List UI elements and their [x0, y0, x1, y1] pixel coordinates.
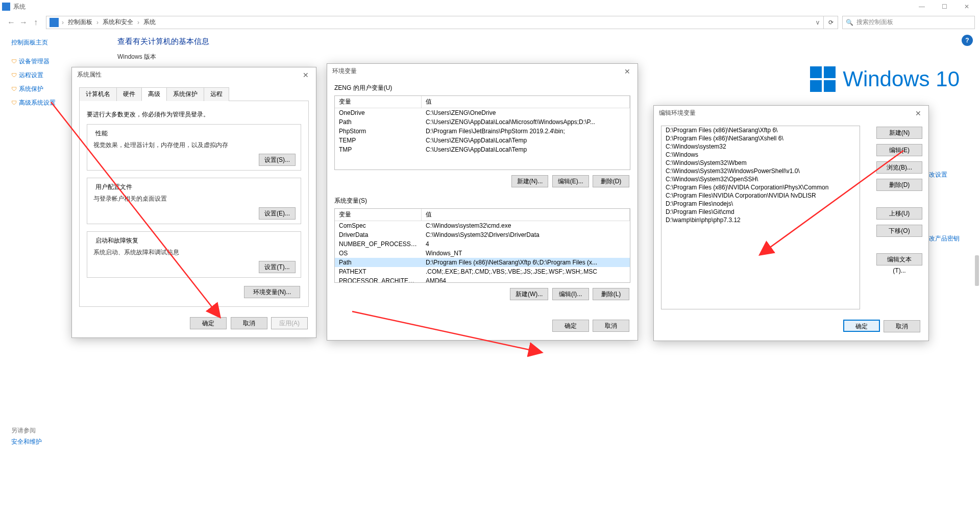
admin-note: 要进行大多数更改，你必须作为管理员登录。 [87, 110, 301, 119]
table-row[interactable]: DriverDataC:\Windows\System32\Drivers\Dr… [335, 230, 630, 239]
list-item[interactable]: C:\Windows [662, 151, 860, 159]
user-vars-table[interactable]: 变量 值 OneDriveC:\Users\ZENG\OneDrivePathC… [334, 95, 630, 170]
scrollbar[interactable] [972, 31, 980, 531]
tab-protection[interactable]: 系统保护 [166, 87, 204, 101]
table-row[interactable]: ComSpecC:\Windows\system32\cmd.exe [335, 221, 630, 230]
perf-settings-button[interactable]: 设置(S)... [259, 154, 296, 166]
refresh-button[interactable]: ⟳ [824, 16, 838, 29]
breadcrumb[interactable]: › 控制面板 › 系统和安全 › 系统 v [46, 16, 824, 29]
user-new-button[interactable]: 新建(N)... [511, 175, 549, 187]
list-item[interactable]: D:\Program Files (x86)\NetSarang\Xftp 6\ [662, 126, 860, 134]
ee-browse-button[interactable]: 浏览(B)... [876, 161, 922, 174]
ee-close-icon[interactable]: ✕ [913, 109, 923, 117]
minimize-button[interactable]: — [911, 0, 933, 13]
table-row[interactable]: TMPC:\Users\ZENG\AppData\Local\Temp [335, 145, 630, 154]
table-row[interactable]: PhpStormD:\Program Files\JetBrains\PhpSt… [335, 127, 630, 136]
crumb-root[interactable]: 控制面板 [65, 18, 95, 27]
sp-cancel-button[interactable]: 取消 [231, 317, 267, 329]
sys-vars-label: 系统变量(S) [334, 197, 630, 205]
profile-settings-button[interactable]: 设置(E)... [259, 207, 296, 220]
ee-ok-button[interactable]: 确定 [843, 320, 880, 332]
window-controls: — ☐ ✕ [911, 0, 978, 13]
table-row[interactable]: OneDriveC:\Users\ZENG\OneDrive [335, 108, 630, 117]
sp-tabs: 计算机名 硬件 高级 系统保护 远程 [79, 87, 309, 101]
table-row[interactable]: NUMBER_OF_PROCESSORS4 [335, 239, 630, 249]
close-button[interactable]: ✕ [955, 0, 978, 13]
user-delete-button[interactable]: 删除(D) [593, 175, 629, 187]
table-row[interactable]: PATHEXT.COM;.EXE;.BAT;.CMD;.VBS;.VBE;.JS… [335, 267, 630, 276]
ee-down-button[interactable]: 下移(O) [876, 225, 922, 237]
system-icon [2, 3, 10, 11]
list-item[interactable]: C:\Windows\System32\WindowsPowerShell\v1… [662, 167, 860, 175]
list-item[interactable]: C:\Windows\System32\OpenSSH\ [662, 175, 860, 183]
help-icon[interactable]: ? [962, 35, 973, 46]
table-row[interactable]: PathC:\Users\ZENG\AppData\Local\Microsof… [335, 117, 630, 127]
table-row[interactable]: PathD:\Program Files (x86)\NetSarang\Xft… [335, 258, 630, 267]
tab-remote[interactable]: 远程 [204, 87, 229, 101]
titlebar: 系统 — ☐ ✕ [0, 0, 980, 13]
ee-delete-button[interactable]: 删除(D) [876, 179, 922, 191]
sys-delete-button[interactable]: 删除(L) [593, 288, 629, 300]
ev-close-icon[interactable]: ✕ [622, 67, 632, 76]
list-item[interactable]: D:\Program Files (x86)\NetSarang\Xshell … [662, 134, 860, 142]
ee-cancel-button[interactable]: 取消 [884, 320, 920, 332]
tab-hardware[interactable]: 硬件 [116, 87, 142, 101]
list-item[interactable]: D:\Program Files\nodejs\ [662, 200, 860, 208]
edit-env-dialog: 编辑环境变量 ✕ D:\Program Files (x86)\NetSaran… [653, 105, 929, 341]
ev-title: 环境变量 [332, 67, 357, 76]
ee-text-button[interactable]: 编辑文本(T)... [876, 253, 922, 266]
nav-device-manager[interactable]: 设备管理器 [11, 55, 102, 68]
list-item[interactable]: D:\wamp\bin\php\php7.3.12 [662, 216, 860, 224]
boot-settings-button[interactable]: 设置(T)... [259, 261, 296, 273]
table-row[interactable]: PROCESSOR_ARCHITECT...AMD64 [335, 276, 630, 282]
up-button[interactable]: ↑ [30, 18, 42, 27]
ee-up-button[interactable]: 上移(U) [876, 207, 922, 220]
user-edit-button[interactable]: 编辑(E)... [552, 175, 589, 187]
table-row[interactable]: OSWindows_NT [335, 249, 630, 258]
list-item[interactable]: C:\Program Files (x86)\NVIDIA Corporatio… [662, 183, 860, 191]
crumb-security[interactable]: 系统和安全 [100, 18, 136, 27]
tab-computername[interactable]: 计算机名 [79, 87, 117, 101]
window-title: 系统 [13, 3, 26, 11]
ev-cancel-button[interactable]: 取消 [593, 320, 629, 332]
ee-new-button[interactable]: 新建(N) [876, 127, 922, 139]
crumb-dropdown[interactable]: v [813, 19, 822, 26]
env-var-button[interactable]: 环境变量(N)... [244, 286, 300, 298]
forward-button[interactable]: → [17, 18, 30, 27]
boot-group: 启动和故障恢复 系统启动、系统故障和调试信息 设置(T)... [87, 231, 301, 278]
navbar: ← → ↑ › 控制面板 › 系统和安全 › 系统 v ⟳ 🔍 搜索控制面板 [0, 13, 980, 31]
breadcrumb-icon [50, 18, 59, 27]
sp-apply-button[interactable]: 应用(A) [271, 317, 308, 329]
profile-group: 用户配置文件 与登录帐户相关的桌面设置 设置(E)... [87, 178, 301, 224]
search-input[interactable]: 🔍 搜索控制面板 [842, 16, 975, 29]
list-item[interactable]: C:\Windows\System32\Wbem [662, 159, 860, 167]
maximize-button[interactable]: ☐ [933, 0, 955, 13]
list-item[interactable]: C:\Program Files\NVIDIA Corporation\NVID… [662, 191, 860, 200]
system-properties-dialog: 系统属性 ✕ 计算机名 硬件 高级 系统保护 远程 要进行大多数更改，你必须作为… [71, 67, 316, 338]
list-item[interactable]: C:\Windows\system32 [662, 142, 860, 151]
dialog-close-icon[interactable]: ✕ [301, 71, 311, 79]
list-item[interactable]: D:\Program Files\Git\cmd [662, 208, 860, 216]
tab-advanced[interactable]: 高级 [141, 87, 167, 101]
crumb-system[interactable]: 系统 [140, 18, 159, 27]
see-also-header: 另请参阅 [11, 426, 102, 435]
user-vars-label: ZENG 的用户变量(U) [334, 84, 630, 92]
dialog-title: 系统属性 [77, 70, 102, 79]
ee-edit-button[interactable]: 编辑(E) [876, 144, 922, 156]
sys-edit-button[interactable]: 编辑(I)... [552, 288, 589, 300]
perf-group: 性能 视觉效果，处理器计划，内存使用，以及虚拟内存 设置(S)... [87, 124, 301, 171]
back-button[interactable]: ← [5, 18, 17, 27]
sp-ok-button[interactable]: 确定 [190, 317, 227, 329]
ev-ok-button[interactable]: 确定 [552, 320, 589, 332]
table-row[interactable]: TEMPC:\Users\ZENG\AppData\Local\Temp [335, 136, 630, 145]
sys-vars-table[interactable]: 变量 值 ComSpecC:\Windows\system32\cmd.exeD… [334, 208, 630, 283]
see-also-security[interactable]: 安全和维护 [11, 435, 102, 449]
control-panel-home[interactable]: 控制面板主页 [11, 36, 102, 50]
path-entries-list[interactable]: D:\Program Files (x86)\NetSarang\Xftp 6\… [661, 126, 860, 309]
sys-new-button[interactable]: 新建(W)... [510, 288, 548, 300]
windows10-logo: Windows 10 [810, 66, 960, 92]
search-icon: 🔍 [846, 19, 853, 26]
ee-title: 编辑环境变量 [659, 109, 696, 117]
env-var-dialog: 环境变量 ✕ ZENG 的用户变量(U) 变量 值 OneDriveC:\Use… [327, 63, 638, 341]
